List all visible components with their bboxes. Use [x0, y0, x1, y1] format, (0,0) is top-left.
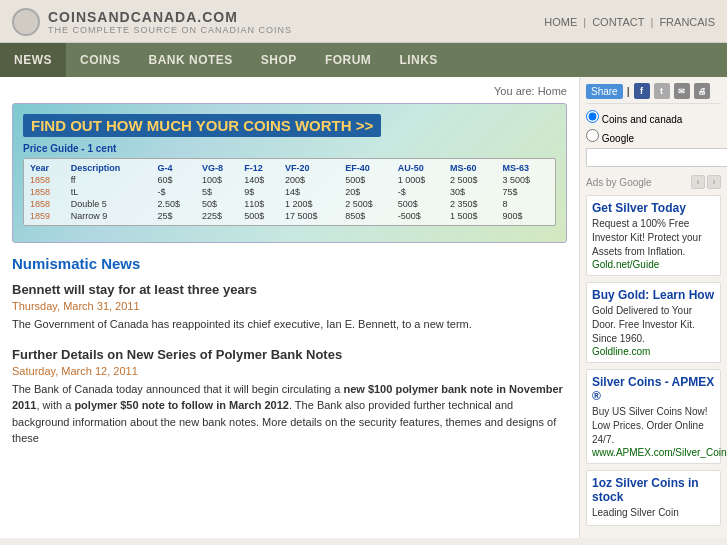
- ads-prev-button[interactable]: ‹: [691, 175, 705, 189]
- promo-banner[interactable]: FIND OUT HOW MUCH YOUR COINS WORTH >> Pr…: [12, 103, 567, 243]
- header-home-link[interactable]: HOME: [544, 16, 577, 28]
- nav-item-coins[interactable]: COINS: [66, 43, 135, 77]
- article-2-title: Further Details on New Series of Polymer…: [12, 347, 567, 362]
- nav-item-forum[interactable]: FORUM: [311, 43, 386, 77]
- site-title: COINSANDCANADA.COM: [48, 9, 292, 25]
- ad-3-link[interactable]: www.APMEX.com/Silver_Coins: [592, 447, 715, 458]
- search-radio-google[interactable]: [586, 129, 599, 142]
- table-row: 1858Double 52.50$50$110$1 200$2 500$500$…: [27, 198, 552, 210]
- logo-icon: [12, 8, 40, 36]
- nav-item-banknotes[interactable]: BANK NOTES: [135, 43, 247, 77]
- nav-item-links[interactable]: LINKS: [385, 43, 452, 77]
- table-row: 1859Narrow 925$225$500$17 500$850$-500$1…: [27, 210, 552, 222]
- search-option-google[interactable]: Google: [586, 129, 634, 144]
- banner-headline: FIND OUT HOW MUCH YOUR COINS WORTH >>: [23, 114, 381, 137]
- logo-area: COINSANDCANADA.COM THE COMPLETE SOURCE O…: [12, 8, 292, 36]
- ad-2-title: Buy Gold: Learn How: [592, 288, 715, 302]
- ad-2: Buy Gold: Learn How Gold Delivered to Yo…: [586, 282, 721, 363]
- ad-4: 1oz Silver Coins in stock Leading Silver…: [586, 470, 721, 526]
- main-wrapper: You are: Home FIND OUT HOW MUCH YOUR COI…: [0, 77, 727, 538]
- ads-label: Ads by Google ‹ ›: [586, 175, 721, 189]
- search-options: Coins and canada Google: [586, 110, 721, 144]
- ad-4-body: Leading Silver Coin: [592, 506, 715, 520]
- facebook-icon[interactable]: f: [634, 83, 650, 99]
- search-option-coins[interactable]: Coins and canada: [586, 110, 682, 125]
- ads-next-button[interactable]: ›: [707, 175, 721, 189]
- news-article-1: Bennett will stay for at least three yea…: [12, 282, 567, 333]
- email-icon[interactable]: ✉: [674, 83, 690, 99]
- ad-3: Silver Coins - APMEX ® Buy US Silver Coi…: [586, 369, 721, 464]
- article-1-body: The Government of Canada has reappointed…: [12, 316, 567, 333]
- ad-1-link[interactable]: Gold.net/Guide: [592, 259, 715, 270]
- ad-1: Get Silver Today Request a 100% Free Inv…: [586, 195, 721, 276]
- ads-navigation: ‹ ›: [691, 175, 721, 189]
- table-row: 1858tL-$5$9$14$20$-$30$75$: [27, 186, 552, 198]
- price-guide-table: Year Description G-4 VG-8 F-12 VF-20 EF-…: [23, 158, 556, 226]
- ad-1-body: Request a 100% Free Investor Kit! Protec…: [592, 217, 715, 259]
- news-article-2: Further Details on New Series of Polymer…: [12, 347, 567, 447]
- breadcrumb: You are: Home: [12, 85, 567, 97]
- search-box-area: 🔍: [586, 148, 721, 167]
- header-nav: HOME | CONTACT | FRANCAIS: [544, 16, 715, 28]
- header-francais-link[interactable]: FRANCAIS: [659, 16, 715, 28]
- sidebar: Share | f t ✉ 🖨 Coins and canada Google …: [579, 77, 727, 538]
- share-bar: Share | f t ✉ 🖨: [586, 83, 721, 104]
- print-icon[interactable]: 🖨: [694, 83, 710, 99]
- header-contact-link[interactable]: CONTACT: [592, 16, 644, 28]
- share-button[interactable]: Share: [586, 84, 623, 99]
- article-1-title: Bennett will stay for at least three yea…: [12, 282, 567, 297]
- ad-2-body: Gold Delivered to Your Door. Free Invest…: [592, 304, 715, 346]
- search-radio-coins[interactable]: [586, 110, 599, 123]
- ad-3-title: Silver Coins - APMEX ®: [592, 375, 715, 403]
- article-1-date: Thursday, March 31, 2011: [12, 300, 567, 312]
- ad-4-title: 1oz Silver Coins in stock: [592, 476, 715, 504]
- article-2-body: The Bank of Canada today announced that …: [12, 381, 567, 447]
- ad-1-title: Get Silver Today: [592, 201, 715, 215]
- nav-item-shop[interactable]: SHOP: [247, 43, 311, 77]
- ad-3-body: Buy US Silver Coins Now! Low Prices. Ord…: [592, 405, 715, 447]
- search-input[interactable]: [586, 148, 727, 167]
- news-section-title: Numismatic News: [12, 255, 567, 272]
- ad-2-link[interactable]: Goldline.com: [592, 346, 715, 357]
- nav-item-news[interactable]: NEWS: [0, 43, 66, 77]
- twitter-icon[interactable]: t: [654, 83, 670, 99]
- main-content: You are: Home FIND OUT HOW MUCH YOUR COI…: [0, 77, 579, 538]
- price-guide-label: Price Guide - 1 cent: [23, 143, 556, 154]
- main-nav: NEWS COINS BANK NOTES SHOP FORUM LINKS: [0, 43, 727, 77]
- site-header: COINSANDCANADA.COM THE COMPLETE SOURCE O…: [0, 0, 727, 43]
- share-divider: |: [627, 85, 630, 97]
- article-2-date: Saturday, March 12, 2011: [12, 365, 567, 377]
- table-row: 1858ff60$100$140$200$500$1 000$2 500$3 5…: [27, 174, 552, 186]
- logo-text: COINSANDCANADA.COM THE COMPLETE SOURCE O…: [48, 9, 292, 35]
- site-subtitle: THE COMPLETE SOURCE ON CANADIAN COINS: [48, 25, 292, 35]
